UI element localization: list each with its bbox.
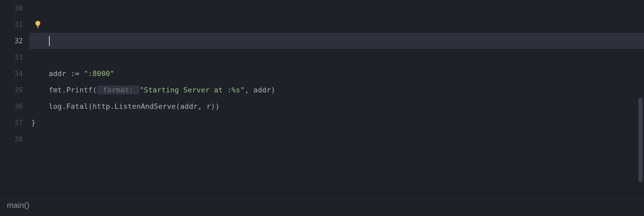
line-number: 34 — [0, 65, 29, 82]
code-token: := — [66, 69, 84, 78]
code-token: ":8000" — [84, 69, 115, 78]
code-token: addr — [253, 86, 271, 94]
code-token: Fatal — [66, 102, 88, 110]
code-area[interactable]: r.HandleFunc( path: "/movies", getMovies… — [29, 0, 644, 194]
code-line[interactable]: r.HandleFunc( path: "/movies", getMovies… — [29, 16, 644, 33]
code-token — [31, 102, 49, 110]
line-number: 36 — [0, 98, 29, 115]
breadcrumb[interactable]: main() — [7, 201, 29, 210]
code-token: fmt — [49, 86, 62, 94]
line-number: 31 — [0, 16, 29, 33]
line-number: 37 — [0, 115, 29, 131]
code-token: addr — [49, 69, 66, 78]
lightbulb-icon[interactable] — [34, 16, 41, 33]
svg-rect-2 — [37, 28, 39, 28]
line-number-active: 32 — [0, 33, 29, 49]
code-line[interactable]: fmt.Printf( format: "Starting Server at … — [29, 82, 644, 98]
code-token: , — [198, 102, 206, 110]
text-cursor — [49, 36, 50, 46]
inlay-hint: format: — [97, 86, 139, 95]
code-token: } — [31, 119, 36, 127]
code-token: log — [49, 102, 62, 110]
code-token: addr — [180, 102, 198, 110]
code-token: . — [62, 102, 66, 110]
code-token: , — [245, 86, 253, 94]
code-line[interactable] — [29, 49, 644, 65]
vertical-scrollbar[interactable] — [638, 0, 643, 194]
code-line[interactable]: addr := ":8000" — [29, 65, 644, 82]
code-token: . — [62, 86, 66, 94]
code-token: ) — [271, 86, 275, 94]
code-token: ) — [211, 102, 215, 110]
code-line[interactable]: } — [29, 115, 644, 131]
code-token: . — [110, 102, 115, 110]
line-number: 35 — [0, 82, 29, 98]
breadcrumb-bar: main() — [0, 194, 644, 216]
code-token — [31, 69, 49, 78]
code-token: "Starting Server at :%s" — [139, 86, 244, 94]
code-line-active[interactable] — [29, 33, 644, 49]
code-token: Printf — [66, 86, 92, 94]
line-number-gutter: 30 31 32 33 34 35 36 37 38 — [0, 0, 29, 194]
scrollbar-thumb[interactable] — [638, 98, 643, 182]
svg-rect-1 — [37, 27, 39, 27]
svg-rect-0 — [37, 26, 39, 27]
code-token: ( — [93, 86, 97, 94]
code-token: ( — [176, 102, 180, 110]
code-line[interactable] — [29, 131, 644, 147]
code-token: r — [206, 102, 211, 110]
code-line[interactable]: log.Fatal(http.ListenAndServe(addr, r)) — [29, 98, 644, 115]
line-number: 30 — [0, 0, 29, 16]
code-token — [31, 86, 49, 94]
line-number: 38 — [0, 131, 29, 147]
code-token: http — [93, 102, 110, 110]
code-token: ListenAndServe — [115, 102, 176, 110]
code-line[interactable] — [29, 0, 644, 16]
code-token: ) — [215, 102, 220, 110]
line-number: 33 — [0, 49, 29, 65]
code-editor[interactable]: 30 31 32 33 34 35 36 37 38 r.HandleFunc(… — [0, 0, 644, 194]
code-token: ( — [88, 102, 93, 110]
